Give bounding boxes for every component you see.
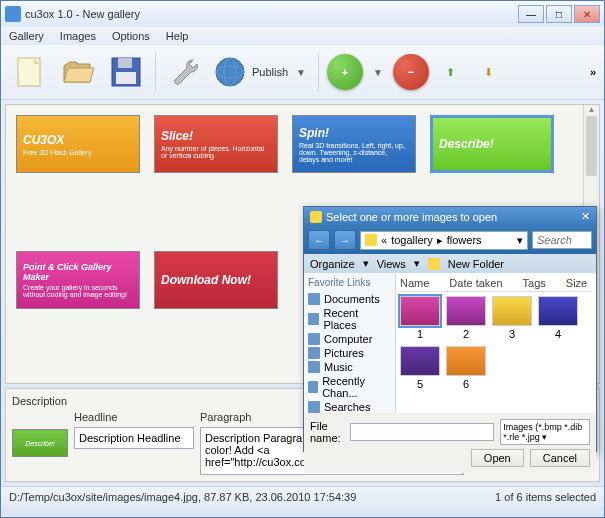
publish-label: Publish — [252, 66, 288, 78]
searches-icon — [308, 401, 320, 413]
arrow-down-icon: ⬇ — [484, 66, 493, 79]
dialog-navbar: ← → « togallery ▸ flowers ▾ — [304, 226, 596, 254]
dialog-close-button[interactable]: ✕ — [581, 210, 590, 223]
gallery-thumb-selected[interactable]: Describe! — [430, 115, 554, 173]
gallery-thumb[interactable]: Point & Click Gallery Maker Create your … — [16, 251, 140, 309]
gallery-thumb[interactable]: CU3OX Free 3D Flash Gallery — [16, 115, 140, 173]
sidebar-item-music[interactable]: Music — [308, 360, 391, 374]
image-thumbnail — [538, 296, 578, 326]
file-item[interactable]: 3 — [492, 296, 532, 340]
dialog-titlebar: Select one or more images to open ✕ — [304, 207, 596, 226]
add-dropdown-icon[interactable]: ▼ — [369, 67, 387, 78]
publish-dropdown-icon[interactable]: ▼ — [292, 67, 310, 78]
status-selection: 1 of 6 items selected — [495, 491, 596, 503]
recent-changed-icon — [308, 381, 318, 393]
sidebar-item-searches[interactable]: Searches — [308, 400, 391, 413]
thumbnail-row: CU3OX Free 3D Flash Gallery Slice! Any n… — [16, 115, 589, 173]
dialog-icon — [310, 211, 322, 223]
move-up-button[interactable]: ⬆ — [435, 54, 467, 90]
toolbar-separator — [155, 52, 156, 92]
publish-group[interactable]: Publish ▼ — [212, 54, 310, 90]
open-button[interactable]: Open — [471, 449, 524, 467]
search-input[interactable] — [532, 231, 592, 249]
minus-icon: − — [408, 66, 414, 78]
scroll-up-icon[interactable]: ▲ — [584, 105, 599, 114]
recent-icon — [308, 313, 319, 325]
titlebar: cu3ox 1.0 - New gallery — □ ✕ — [1, 1, 604, 27]
dialog-body: Favorite Links Documents Recent Places C… — [304, 273, 596, 413]
filename-input[interactable] — [350, 423, 494, 441]
sidebar-item-recentchanged[interactable]: Recently Chan... — [308, 374, 391, 400]
plus-icon: + — [342, 66, 348, 78]
app-icon — [5, 6, 21, 22]
sidebar-item-computer[interactable]: Computer — [308, 332, 391, 346]
image-thumbnail — [400, 296, 440, 326]
headline-input[interactable] — [74, 427, 194, 449]
menu-help[interactable]: Help — [166, 30, 189, 42]
sidebar-heading: Favorite Links — [308, 277, 391, 288]
views-button[interactable]: Views — [377, 258, 406, 270]
file-item[interactable]: 4 — [538, 296, 578, 340]
arrow-up-icon: ⬆ — [446, 66, 455, 79]
dialog-toolbar: Organize▾ Views▾ New Folder — [304, 254, 596, 273]
image-thumbnail — [446, 346, 486, 376]
menu-options[interactable]: Options — [112, 30, 150, 42]
computer-icon — [308, 333, 320, 345]
add-button[interactable]: + — [327, 54, 363, 90]
toolbar-separator — [318, 52, 319, 92]
new-button[interactable] — [9, 51, 51, 93]
dialog-footer: File name: Images (*.bmp *.dib *.rle *.j… — [304, 413, 596, 473]
file-item[interactable]: 5 — [400, 346, 440, 390]
cancel-button[interactable]: Cancel — [530, 449, 590, 467]
wrench-icon — [167, 54, 203, 90]
nav-back-button[interactable]: ← — [308, 230, 330, 250]
documents-icon — [308, 293, 320, 305]
window-controls: — □ ✕ — [518, 5, 600, 23]
window-title: cu3ox 1.0 - New gallery — [25, 8, 518, 20]
file-list: Name Date taken Tags Size 1 2 3 4 5 6 — [396, 273, 596, 413]
image-thumbnail — [400, 346, 440, 376]
file-item[interactable]: 6 — [446, 346, 486, 390]
nav-forward-button[interactable]: → — [334, 230, 356, 250]
gallery-thumb[interactable]: Download Now! — [154, 251, 278, 309]
menu-gallery[interactable]: Gallery — [9, 30, 44, 42]
save-button[interactable] — [105, 51, 147, 93]
image-thumbnail — [492, 296, 532, 326]
sidebar-item-pictures[interactable]: Pictures — [308, 346, 391, 360]
close-button[interactable]: ✕ — [574, 5, 600, 23]
move-down-button[interactable]: ⬇ — [473, 54, 505, 90]
filetype-combo[interactable]: Images (*.bmp *.dib *.rle *.jpg ▾ — [500, 419, 590, 445]
path-breadcrumb[interactable]: « togallery ▸ flowers ▾ — [360, 231, 528, 250]
scroll-thumb[interactable] — [586, 116, 597, 176]
statusbar: D:/Temp/cu3ox/site/images/image4.jpg, 87… — [1, 486, 604, 507]
menubar: Gallery Images Options Help — [1, 27, 604, 45]
dialog-sidebar: Favorite Links Documents Recent Places C… — [304, 273, 396, 413]
folder-icon — [428, 258, 440, 270]
new-folder-button[interactable]: New Folder — [448, 258, 504, 270]
gallery-thumb[interactable]: Slice! Any number of pieces. Horizontal … — [154, 115, 278, 173]
maximize-button[interactable]: □ — [546, 5, 572, 23]
svg-point-5 — [216, 58, 244, 86]
file-thumbnails: 1 2 3 4 5 6 — [400, 296, 592, 390]
file-open-dialog: Select one or more images to open ✕ ← → … — [303, 206, 597, 452]
column-headers[interactable]: Name Date taken Tags Size — [400, 277, 592, 292]
file-item[interactable]: 2 — [446, 296, 486, 340]
dialog-title: Select one or more images to open — [326, 211, 497, 223]
toolbar-overflow[interactable]: » — [590, 66, 596, 78]
status-path: D:/Temp/cu3ox/site/images/image4.jpg, 87… — [9, 491, 356, 503]
organize-button[interactable]: Organize — [310, 258, 355, 270]
globe-icon — [212, 54, 248, 90]
file-item[interactable]: 1 — [400, 296, 440, 340]
open-button[interactable] — [57, 51, 99, 93]
image-thumbnail — [446, 296, 486, 326]
minimize-button[interactable]: — — [518, 5, 544, 23]
remove-button[interactable]: − — [393, 54, 429, 90]
sidebar-item-recent[interactable]: Recent Places — [308, 306, 391, 332]
filename-label: File name: — [310, 420, 344, 444]
gallery-thumb[interactable]: Spin! Real 3D transitions. Left, right, … — [292, 115, 416, 173]
sidebar-item-documents[interactable]: Documents — [308, 292, 391, 306]
settings-button[interactable] — [164, 51, 206, 93]
description-preview: Describe! — [12, 429, 68, 457]
new-file-icon — [12, 54, 48, 90]
menu-images[interactable]: Images — [60, 30, 96, 42]
